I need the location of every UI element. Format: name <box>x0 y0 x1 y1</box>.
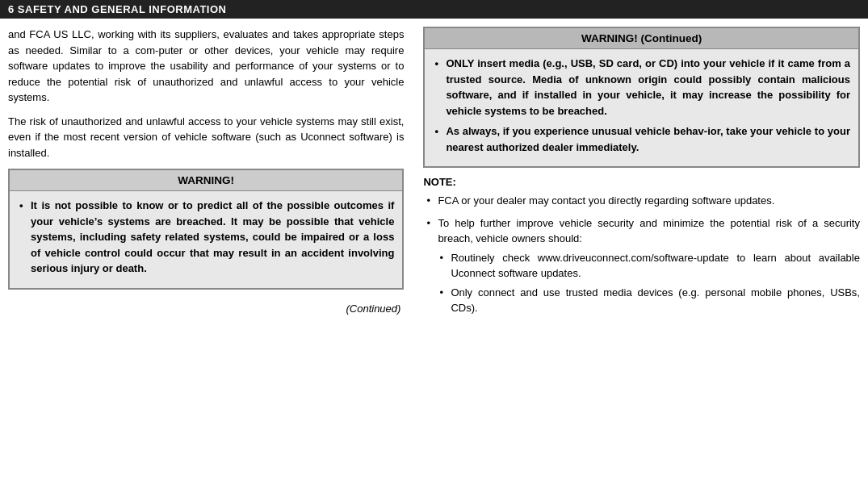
page-header: 6 SAFETY AND GENERAL INFORMATION <box>0 0 868 19</box>
warning-item-1: It is not possible to know or to predict… <box>16 198 394 277</box>
sub-list: Routinely check www.driveuconnect.com/so… <box>438 250 860 316</box>
warning-continued-content: ONLY insert media (e.g., USB, SD card, o… <box>425 49 858 166</box>
left-column: and FCA US LLC, working with its supplie… <box>8 27 417 323</box>
left-para-1: and FCA US LLC, working with its supplie… <box>8 27 404 106</box>
warning-box: WARNING! It is not possible to know or t… <box>8 169 404 290</box>
sub-item-2: Only connect and use trusted media devic… <box>438 285 860 316</box>
right-column: WARNING! (Continued) ONLY insert media (… <box>417 27 860 323</box>
warning-continued-item-1: ONLY insert media (e.g., USB, SD card, o… <box>431 56 850 119</box>
warning-continued-list: ONLY insert media (e.g., USB, SD card, o… <box>431 56 850 155</box>
continued-label: (Continued) <box>8 298 404 316</box>
warning-continued-title: WARNING! (Continued) <box>425 28 858 49</box>
note-label: NOTE: <box>423 176 860 188</box>
note-section: NOTE: FCA or your dealer may contact you… <box>423 176 860 316</box>
sub-item-1: Routinely check www.driveuconnect.com/so… <box>438 250 860 282</box>
warning-list: It is not possible to know or to predict… <box>16 198 394 277</box>
note-item-2: To help further improve vehicle security… <box>423 215 860 316</box>
note-list: FCA or your dealer may contact you direc… <box>423 193 860 316</box>
note-item-1: FCA or your dealer may contact you direc… <box>423 193 860 209</box>
warning-continued-item-2: As always, if you experience unusual veh… <box>431 123 850 155</box>
warning-continued-box: WARNING! (Continued) ONLY insert media (… <box>423 27 860 168</box>
warning-content: It is not possible to know or to predict… <box>10 191 402 288</box>
left-para-2: The risk of unauthorized and unlawful ac… <box>8 114 404 161</box>
warning-title: WARNING! <box>10 170 402 191</box>
